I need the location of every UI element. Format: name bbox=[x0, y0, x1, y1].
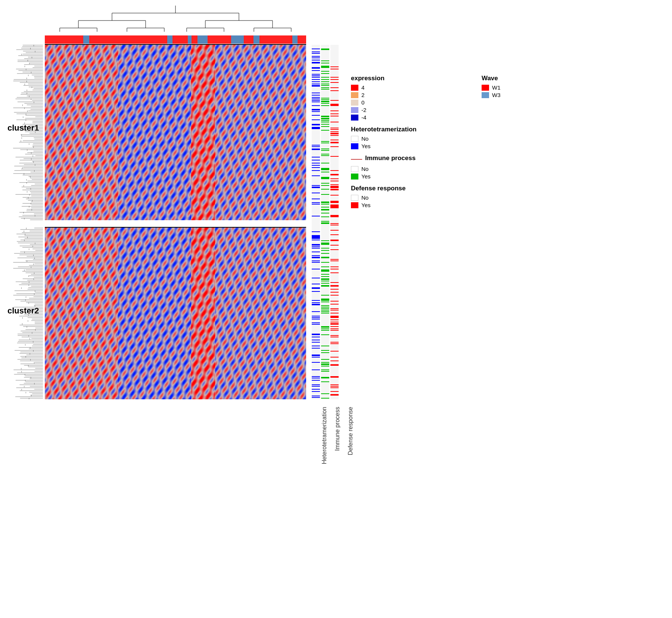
legend-item-2: 2 bbox=[351, 92, 470, 98]
swatch-hetero-no bbox=[351, 136, 358, 142]
legend-item-hetero-no: No bbox=[351, 135, 470, 142]
wave-legend: Wave W1 W3 bbox=[482, 75, 538, 99]
immune-process-legend: Immune process No Yes bbox=[351, 154, 470, 180]
defense-response-legend: Defense response No Yes bbox=[351, 185, 470, 208]
swatch-w1 bbox=[482, 85, 489, 91]
gap-bar bbox=[45, 220, 306, 227]
legend-item-0: 0 bbox=[351, 99, 470, 106]
label-2: 2 bbox=[361, 92, 364, 98]
legend-item-4: 4 bbox=[351, 84, 470, 91]
legend-area: expression 4 2 0 -2 -4 Heter bbox=[351, 75, 470, 213]
legend-item-immune-yes: Yes bbox=[351, 173, 470, 180]
label-immune-no: No bbox=[361, 166, 368, 172]
legend-item-immune-no: No bbox=[351, 166, 470, 172]
heatmap-cluster1 bbox=[45, 45, 306, 220]
swatch-hetero-yes bbox=[351, 143, 358, 149]
expression-legend: expression 4 2 0 -2 -4 bbox=[351, 75, 470, 121]
swatch-immune-no bbox=[351, 166, 358, 172]
swatch-2 bbox=[351, 92, 358, 98]
immune-process-legend-title: Immune process bbox=[365, 154, 416, 162]
legend-item-hetero-yes: Yes bbox=[351, 143, 470, 149]
legend-item-w1: W1 bbox=[482, 84, 538, 91]
label-immune-yes: Yes bbox=[361, 173, 370, 180]
swatch-immune-yes bbox=[351, 174, 358, 180]
cluster2-label: cluster2 bbox=[7, 306, 39, 316]
label-w1: W1 bbox=[492, 84, 501, 91]
legend-item-defense-no: No bbox=[351, 194, 470, 201]
wave-bar bbox=[45, 35, 306, 44]
label-neg4: -4 bbox=[361, 114, 366, 121]
heterotetramerization-legend-title: Heterotetramerization bbox=[351, 126, 470, 133]
bottom-label-immune-process: Immune process bbox=[334, 407, 341, 451]
swatch-neg4 bbox=[351, 115, 358, 121]
legend-item-defense-yes: Yes bbox=[351, 202, 470, 208]
label-hetero-no: No bbox=[361, 135, 368, 142]
label-w3: W3 bbox=[492, 92, 501, 98]
legend-item-neg2: -2 bbox=[351, 107, 470, 113]
legend-item-neg4: -4 bbox=[351, 114, 470, 121]
swatch-defense-no bbox=[351, 195, 358, 201]
label-4: 4 bbox=[361, 84, 364, 91]
label-defense-no: No bbox=[361, 194, 368, 201]
label-hetero-yes: Yes bbox=[361, 143, 370, 149]
legend-item-w3: W3 bbox=[482, 92, 538, 98]
swatch-defense-yes bbox=[351, 202, 358, 208]
bottom-labels-container: Heterotetramerization Immune process Def… bbox=[310, 407, 422, 500]
bottom-label-defense-response: Defense response bbox=[347, 407, 354, 455]
side-annotations bbox=[310, 45, 351, 399]
defense-response-legend-title: Defense response bbox=[351, 185, 470, 192]
dendrogram-top bbox=[45, 4, 306, 34]
label-0: 0 bbox=[361, 99, 364, 106]
heterotetramerization-legend: Heterotetramerization No Yes bbox=[351, 126, 470, 149]
label-defense-yes: Yes bbox=[361, 202, 370, 208]
swatch-4 bbox=[351, 85, 358, 91]
swatch-w3 bbox=[482, 92, 489, 98]
swatch-neg2 bbox=[351, 107, 358, 113]
expression-legend-title: expression bbox=[351, 75, 470, 82]
wave-legend-title: Wave bbox=[482, 75, 538, 82]
heatmap-cluster2 bbox=[45, 228, 306, 399]
cluster1-label: cluster1 bbox=[7, 123, 39, 133]
bottom-label-heterotetramerization: Heterotetramerization bbox=[321, 407, 328, 464]
swatch-0 bbox=[351, 100, 358, 106]
label-neg2: -2 bbox=[361, 107, 366, 113]
main-container: cluster1 cluster2 expression 4 2 0 bbox=[0, 0, 672, 618]
